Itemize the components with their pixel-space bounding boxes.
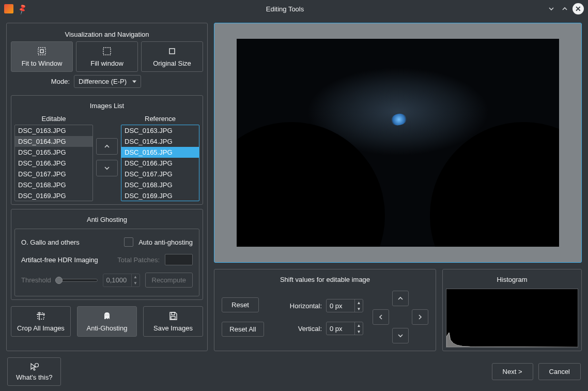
anti-ghosting-button[interactable]: Anti-Ghosting [77, 306, 137, 337]
histogram-panel: Histogram [442, 269, 582, 351]
images-list-title: Images List [14, 99, 199, 113]
ag-subtitle: Artifact-free HDR Imaging [21, 256, 98, 264]
save-label: Save Images [153, 324, 193, 332]
shift-down-button[interactable] [392, 328, 409, 343]
threshold-label: Threshold [21, 276, 51, 284]
threshold-slider[interactable] [56, 279, 98, 282]
svg-rect-8 [171, 317, 175, 319]
spin-up-icon[interactable]: ▲ [355, 299, 363, 306]
list-item[interactable]: DSC_0164.JPG [121, 136, 199, 147]
histogram-title: Histogram [446, 273, 578, 287]
threshold-spinner[interactable]: ▲▼ [103, 274, 140, 287]
spin-down-icon[interactable]: ▼ [132, 280, 140, 287]
right-panel: Shift values for editable image Reset Re… [214, 23, 582, 351]
horizontal-label: Horizontal: [290, 302, 322, 310]
auto-antighosting-checkbox[interactable] [124, 237, 133, 247]
fill-window-button[interactable]: Fill window [76, 41, 138, 72]
list-item[interactable]: DSC_0163.JPG [15, 125, 92, 136]
save-icon [168, 311, 178, 321]
list-item[interactable]: DSC_0167.JPG [15, 169, 92, 179]
svg-rect-7 [172, 312, 175, 315]
visualization-section: Visualization and Navigation Fit to Wind… [11, 27, 203, 91]
shift-title: Shift values for editable image [218, 273, 432, 287]
images-list-section: Images List Editable DSC_0163.JPGDSC_016… [11, 95, 203, 205]
fill-label: Fill window [90, 59, 123, 67]
crop-all-button[interactable]: Crop All Images [11, 306, 71, 337]
threshold-input[interactable] [103, 274, 131, 287]
vertical-label: Vertical: [298, 325, 322, 333]
crop-label: Crop All Images [17, 324, 65, 332]
horizontal-spinner[interactable]: ▲▼ [326, 299, 363, 312]
spin-down-icon[interactable]: ▼ [355, 328, 363, 335]
fill-window-icon [102, 46, 112, 56]
recompute-button[interactable]: Recompute [145, 273, 193, 288]
whats-this-button[interactable]: What's this? [7, 357, 61, 386]
vertical-spinner[interactable]: ▲▼ [326, 322, 363, 335]
move-up-button[interactable] [96, 138, 118, 155]
svg-rect-0 [38, 48, 45, 55]
ghost-icon [102, 311, 112, 321]
reference-column: Reference DSC_0163.JPGDSC_0164.JPGDSC_01… [121, 113, 199, 201]
horizontal-input[interactable] [327, 299, 354, 312]
move-down-button[interactable] [96, 160, 118, 176]
direction-pad [373, 291, 428, 343]
slider-handle[interactable] [55, 277, 63, 284]
cancel-button[interactable]: Cancel [538, 363, 581, 380]
ghost-label: Anti-Ghosting [87, 324, 128, 332]
histogram-curve-icon [446, 333, 578, 347]
list-item[interactable]: DSC_0166.JPG [121, 158, 199, 169]
reset-all-button[interactable]: Reset All [222, 322, 264, 337]
svg-rect-2 [103, 48, 111, 55]
vertical-input[interactable] [327, 322, 354, 335]
footer: What's this? Next > Cancel [6, 357, 582, 386]
svg-rect-3 [169, 49, 175, 54]
svg-point-5 [105, 314, 106, 315]
orig-label: Original Size [153, 59, 191, 67]
spin-up-icon[interactable]: ▲ [132, 274, 140, 280]
fit-window-icon [37, 46, 47, 56]
save-images-button[interactable]: Save Images [143, 306, 203, 337]
list-item[interactable]: DSC_0163.JPG [121, 125, 199, 136]
original-size-icon [167, 46, 177, 56]
reference-listbox[interactable]: DSC_0163.JPGDSC_0164.JPGDSC_0165.JPGDSC_… [121, 125, 199, 201]
maximize-button[interactable] [559, 3, 570, 14]
visualization-title: Visualization and Navigation [11, 27, 203, 41]
original-size-button[interactable]: Original Size [141, 41, 203, 72]
shift-right-button[interactable] [412, 309, 428, 325]
editable-listbox[interactable]: DSC_0163.JPGDSC_0164.JPGDSC_0165.JPGDSC_… [14, 125, 93, 201]
list-item[interactable]: DSC_0168.JPG [15, 179, 92, 190]
ag-credit: O. Gallo and others [21, 238, 80, 246]
shift-up-button[interactable] [392, 291, 409, 306]
next-button[interactable]: Next > [492, 363, 533, 380]
svg-rect-4 [38, 313, 44, 319]
titlebar: 📌 Editing Tools ✕ [0, 0, 588, 18]
left-panel: Visualization and Navigation Fit to Wind… [6, 23, 208, 351]
mode-select[interactable]: Difference (E-P) [74, 75, 141, 88]
mode-label: Mode: [51, 78, 70, 85]
list-item[interactable]: DSC_0169.JPG [121, 190, 199, 201]
list-item[interactable]: DSC_0165.JPG [15, 147, 92, 158]
editable-label: Editable [14, 113, 93, 125]
spin-up-icon[interactable]: ▲ [355, 322, 363, 328]
shift-panel: Shift values for editable image Reset Re… [214, 269, 436, 351]
image-preview[interactable] [214, 23, 582, 263]
svg-point-9 [35, 364, 39, 367]
shift-left-button[interactable] [373, 309, 389, 325]
spin-down-icon[interactable]: ▼ [355, 306, 363, 312]
list-item[interactable]: DSC_0169.JPG [15, 190, 92, 201]
anti-ghosting-section: Anti Ghosting O. Gallo and others Auto a… [11, 209, 203, 300]
help-cursor-icon [29, 362, 39, 371]
list-item[interactable]: DSC_0164.JPG [15, 136, 92, 147]
list-item[interactable]: DSC_0165.JPG [121, 147, 199, 158]
fit-to-window-button[interactable]: Fit to Window [11, 41, 73, 72]
close-button[interactable]: ✕ [572, 3, 584, 14]
patches-label: Total Patches: [117, 256, 160, 264]
list-item[interactable]: DSC_0168.JPG [121, 179, 199, 190]
list-item[interactable]: DSC_0167.JPG [121, 169, 199, 179]
list-item[interactable]: DSC_0166.JPG [15, 158, 92, 169]
auto-antighosting-label: Auto anti-ghosting [138, 238, 193, 246]
minimize-button[interactable] [546, 3, 557, 14]
svg-rect-1 [40, 50, 43, 53]
reset-button[interactable]: Reset [222, 297, 259, 312]
mode-value: Difference (E-P) [79, 78, 127, 85]
